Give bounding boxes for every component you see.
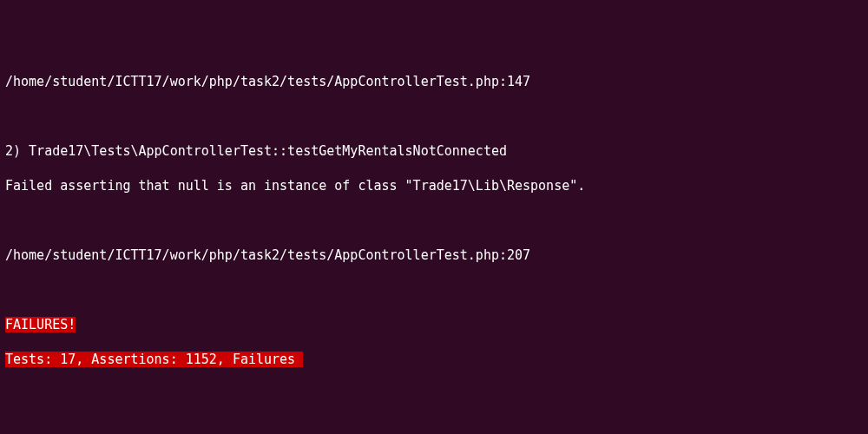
failures-stats: Tests: 17, Assertions: 1152, Failures bbox=[5, 351, 863, 368]
blank-line bbox=[5, 281, 863, 299]
blank-line bbox=[5, 385, 863, 403]
blank-line bbox=[5, 108, 863, 125]
blank-line bbox=[5, 420, 863, 434]
failure-message: Failed asserting that null is an instanc… bbox=[5, 177, 863, 194]
failures-banner: FAILURES! bbox=[5, 316, 863, 333]
trace-line: /home/student/ICTT17/work/php/task2/test… bbox=[5, 247, 863, 264]
failure-header: 2) Trade17\Tests\AppControllerTest::test… bbox=[5, 142, 863, 160]
blank-line bbox=[5, 212, 863, 229]
trace-line: /home/student/ICTT17/work/php/task2/test… bbox=[5, 73, 863, 90]
